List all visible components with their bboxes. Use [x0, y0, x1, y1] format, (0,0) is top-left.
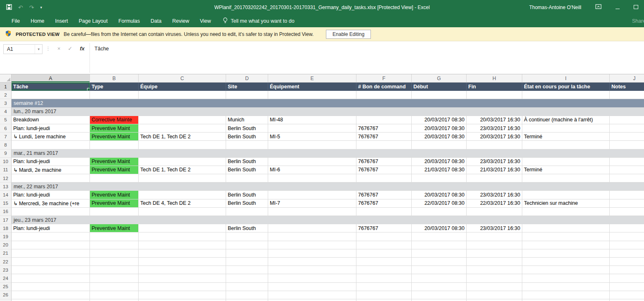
maximize-button[interactable]: [634, 5, 638, 10]
cell-D1[interactable]: Site: [226, 83, 268, 91]
cell-F27[interactable]: [356, 299, 412, 301]
cell-B26[interactable]: [90, 291, 139, 299]
cell-F6[interactable]: 7676767: [356, 124, 412, 133]
cell-C1[interactable]: Équipe: [139, 83, 226, 91]
minimize-button[interactable]: [616, 5, 620, 10]
enable-editing-button[interactable]: Enable Editing: [326, 30, 371, 39]
cell-H12[interactable]: [467, 174, 522, 182]
cell-J22[interactable]: [610, 258, 644, 266]
insert-function-icon[interactable]: fx: [76, 41, 89, 52]
cell-A26[interactable]: [12, 291, 90, 299]
cell-A6[interactable]: Plan: lundi-jeudi: [12, 124, 90, 133]
cell-G8[interactable]: [412, 141, 467, 149]
cell-G12[interactable]: [412, 174, 467, 182]
cell-F21[interactable]: [356, 249, 412, 258]
cell-F7[interactable]: 7676767: [356, 133, 412, 141]
column-header-I[interactable]: I: [522, 74, 610, 82]
cell-D21[interactable]: [226, 249, 268, 258]
cell-C10[interactable]: [139, 158, 226, 166]
cell-C23[interactable]: [139, 266, 226, 274]
tab-formulas[interactable]: Formulas: [113, 14, 145, 27]
share-button[interactable]: Share: [630, 14, 644, 27]
cell-E16[interactable]: [268, 208, 356, 216]
row-header-6[interactable]: 6: [0, 124, 12, 133]
cell-D19[interactable]: [226, 232, 268, 241]
cell-F15[interactable]: 7676767: [356, 199, 412, 208]
tab-view[interactable]: View: [194, 14, 216, 27]
cell-H24[interactable]: [467, 274, 522, 282]
row-header-25[interactable]: 25: [0, 283, 12, 291]
row-header-3[interactable]: 3: [0, 99, 12, 107]
column-header-D[interactable]: D: [226, 74, 268, 82]
cell-G18[interactable]: 20/03/2017 08:30: [412, 224, 467, 232]
cell-D22[interactable]: [226, 258, 268, 266]
column-header-G[interactable]: G: [412, 74, 467, 82]
cell-D14[interactable]: Berlin South: [226, 191, 268, 199]
cell-D20[interactable]: [226, 241, 268, 249]
cell-B23[interactable]: [90, 266, 139, 274]
cancel-icon[interactable]: ×: [54, 41, 64, 52]
row-header-2[interactable]: 2: [0, 91, 12, 99]
row-header-15[interactable]: 15: [0, 199, 12, 208]
tab-home[interactable]: Home: [25, 14, 50, 27]
cell-J19[interactable]: [610, 232, 644, 241]
cell-I19[interactable]: [522, 232, 610, 241]
day-band-row-4[interactable]: lun., 20 mars 2017: [12, 108, 644, 116]
cell-A22[interactable]: [12, 258, 90, 266]
cell-E10[interactable]: [268, 158, 356, 166]
cell-A15[interactable]: ↳ Mercredi, 3e machine (+re: [12, 199, 90, 208]
cell-G10[interactable]: 20/03/2017 08:30: [412, 158, 467, 166]
cell-H2[interactable]: [467, 91, 522, 99]
cell-J10[interactable]: [610, 158, 644, 166]
cell-B12[interactable]: [90, 174, 139, 182]
cell-J11[interactable]: [610, 166, 644, 174]
cell-F5[interactable]: [356, 116, 412, 124]
cell-C24[interactable]: [139, 274, 226, 282]
cell-D10[interactable]: Berlin South: [226, 158, 268, 166]
cell-G22[interactable]: [412, 258, 467, 266]
cell-I25[interactable]: [522, 283, 610, 291]
row-header-21[interactable]: 21: [0, 249, 12, 258]
row-header-22[interactable]: 22: [0, 258, 12, 266]
cell-B27[interactable]: [90, 299, 139, 301]
cell-E21[interactable]: [268, 249, 356, 258]
cell-E14[interactable]: [268, 191, 356, 199]
cell-C22[interactable]: [139, 258, 226, 266]
cell-B19[interactable]: [90, 232, 139, 241]
cell-G2[interactable]: [412, 91, 467, 99]
cell-A23[interactable]: [12, 266, 90, 274]
row-header-14[interactable]: 14: [0, 191, 12, 199]
cell-H6[interactable]: 23/03/2017 16:30: [467, 124, 522, 133]
cell-F22[interactable]: [356, 258, 412, 266]
enter-icon[interactable]: ✓: [64, 41, 76, 52]
cell-D25[interactable]: [226, 283, 268, 291]
column-header-H[interactable]: H: [467, 74, 522, 82]
row-header-20[interactable]: 20: [0, 241, 12, 249]
cell-E7[interactable]: MI-5: [268, 133, 356, 141]
cell-H14[interactable]: 23/03/2017 16:30: [467, 191, 522, 199]
cell-H1[interactable]: Fin: [467, 83, 522, 91]
cell-B20[interactable]: [90, 241, 139, 249]
cell-J1[interactable]: Notes: [610, 83, 644, 91]
cell-G7[interactable]: 20/03/2017 08:30: [412, 133, 467, 141]
undo-icon[interactable]: ↶: [18, 5, 23, 10]
cell-E18[interactable]: [268, 224, 356, 232]
cell-C7[interactable]: Tech DE 1, Tech DE 2: [139, 133, 226, 141]
cell-A1[interactable]: Tâche: [12, 83, 90, 91]
cell-A10[interactable]: Plan: lundi-jeudi: [12, 158, 90, 166]
cell-H18[interactable]: 23/03/2017 16:30: [467, 224, 522, 232]
row-header-12[interactable]: 12: [0, 174, 12, 182]
cell-J15[interactable]: [610, 199, 644, 208]
cell-F1[interactable]: # Bon de command: [356, 83, 412, 91]
cell-B7[interactable]: Preventive Maint: [90, 133, 139, 141]
cell-J25[interactable]: [610, 283, 644, 291]
column-header-A[interactable]: A: [12, 74, 90, 82]
cell-A14[interactable]: Plan: lundi-jeudi: [12, 191, 90, 199]
row-header-11[interactable]: 11: [0, 166, 12, 174]
cell-F26[interactable]: [356, 291, 412, 299]
cell-I18[interactable]: [522, 224, 610, 232]
cell-H5[interactable]: 20/03/2017 16:30: [467, 116, 522, 124]
cell-A8[interactable]: [12, 141, 90, 149]
cell-I7[interactable]: Terminé: [522, 133, 610, 141]
cell-I26[interactable]: [522, 291, 610, 299]
